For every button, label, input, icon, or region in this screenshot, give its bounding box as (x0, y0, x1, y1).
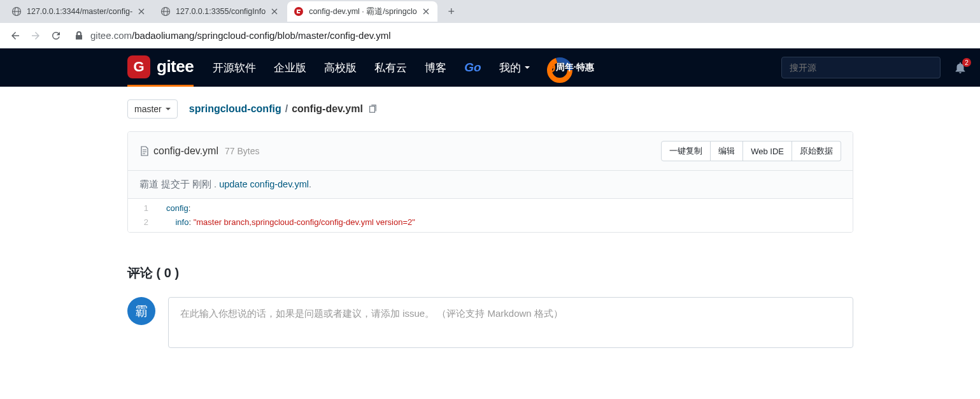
forward-button[interactable] (27, 27, 45, 45)
site-nav: G gitee 开源软件 企业版 高校版 私有云 博客 Go 我的 9 周年·特… (0, 48, 980, 87)
promo-badge[interactable]: 9 周年·特惠 (548, 61, 594, 75)
globe-icon (160, 6, 171, 17)
nav-my-dropdown[interactable]: 我的 (499, 48, 530, 87)
promo-year: 9 (549, 61, 556, 75)
file-header: config-dev.yml 77 Bytes 一键复制 编辑 Web IDE … (128, 132, 853, 171)
code-line: 2 info: "master branch,springcloud-confi… (128, 215, 853, 229)
commit-info: 霸道 提交于 刚刚 . update config-dev.yml. (128, 171, 853, 199)
breadcrumb-separator: / (285, 103, 288, 115)
commit-sep: . (214, 179, 219, 189)
comments-header: 评论 ( 0 ) (127, 265, 853, 282)
gitee-logo-text: gitee (157, 57, 194, 76)
lock-icon (74, 31, 84, 41)
tab-title: 127.0.0.1:3355/configInfo (176, 7, 266, 16)
tab-title: 127.0.0.1:3344/master/config- (27, 7, 132, 16)
commit-period: . (309, 179, 311, 189)
commit-time: 刚刚 (192, 179, 211, 189)
line-number: 2 (128, 215, 160, 229)
address-bar[interactable]: gitee.com/badaoliumang/springcloud-confi… (74, 26, 974, 45)
nav-go[interactable]: Go (464, 48, 481, 87)
url-text: gitee.com/badaoliumang/springcloud-confi… (90, 30, 391, 41)
browser-tab[interactable]: 127.0.0.1:3355/configInfo (154, 1, 286, 22)
branch-selector[interactable]: master (127, 99, 178, 119)
commit-author[interactable]: 霸道 (139, 179, 159, 189)
tab-title: config-dev.yml · 霸道/springclo (309, 6, 417, 17)
breadcrumb-row: master springcloud-config / config-dev.y… (127, 99, 853, 119)
file-size: 77 Bytes (225, 146, 259, 156)
notifications-button[interactable]: 2 (953, 61, 967, 75)
comment-input[interactable]: 在此输入你想说的话，如果是问题或者建议，请添加 issue。 （评论支持 Mar… (168, 297, 853, 348)
back-button[interactable] (6, 27, 24, 45)
promo-text: 周年·特惠 (556, 62, 594, 73)
browser-tab-strip: 127.0.0.1:3344/master/config- 127.0.0.1:… (0, 0, 980, 23)
file-panel: config-dev.yml 77 Bytes 一键复制 编辑 Web IDE … (127, 131, 853, 233)
action-copy[interactable]: 一键复制 (661, 141, 711, 161)
svg-rect-9 (369, 106, 374, 113)
file-name: config-dev.yml (153, 145, 218, 157)
nav-edu[interactable]: 高校版 (324, 48, 357, 87)
close-icon[interactable] (136, 6, 146, 17)
action-webide[interactable]: Web IDE (743, 141, 792, 161)
breadcrumb-repo[interactable]: springcloud-config (189, 103, 281, 115)
line-content[interactable]: info: "master branch,springcloud-config/… (160, 215, 415, 229)
new-tab-button[interactable]: + (443, 3, 460, 20)
site-logo[interactable]: G gitee (127, 48, 194, 87)
close-icon[interactable] (421, 6, 431, 17)
svg-point-6 (294, 7, 303, 16)
copy-path-button[interactable] (368, 105, 377, 113)
nav-enterprise[interactable]: 企业版 (274, 48, 306, 87)
nav-blog[interactable]: 博客 (425, 48, 446, 87)
code-line: 1 config: (128, 201, 853, 215)
comment-form: 霸 在此输入你想说的话，如果是问题或者建议，请添加 issue。 （评论支持 M… (127, 297, 853, 348)
nav-opensource[interactable]: 开源软件 (213, 48, 256, 87)
close-icon[interactable] (269, 6, 280, 17)
line-content[interactable]: config: (160, 201, 190, 215)
file-actions: 一键复制 编辑 Web IDE 原始数据 (661, 141, 841, 161)
avatar[interactable]: 霸 (127, 297, 155, 325)
action-edit[interactable]: 编辑 (711, 141, 743, 161)
file-icon (139, 146, 150, 156)
page-content: master springcloud-config / config-dev.y… (0, 87, 853, 348)
breadcrumb-file: config-dev.yml (292, 103, 363, 115)
commit-message[interactable]: update config-dev.yml (219, 179, 309, 189)
search-input[interactable] (781, 57, 941, 78)
line-number: 1 (128, 201, 160, 215)
commit-verb: 提交于 (161, 179, 190, 189)
browser-tab[interactable]: 127.0.0.1:3344/master/config- (5, 1, 153, 22)
nav-private[interactable]: 私有云 (374, 48, 407, 87)
notifications-count: 2 (962, 58, 971, 67)
browser-tab-active[interactable]: config-dev.yml · 霸道/springclo (287, 1, 437, 22)
reload-button[interactable] (47, 27, 65, 45)
globe-icon (11, 6, 22, 17)
action-raw[interactable]: 原始数据 (792, 141, 841, 161)
code-viewer: 1 config: 2 info: "master branch,springc… (128, 199, 853, 232)
gitee-logo-icon: G (127, 55, 150, 78)
browser-toolbar: gitee.com/badaoliumang/springcloud-confi… (0, 23, 980, 48)
gitee-icon (294, 6, 304, 17)
